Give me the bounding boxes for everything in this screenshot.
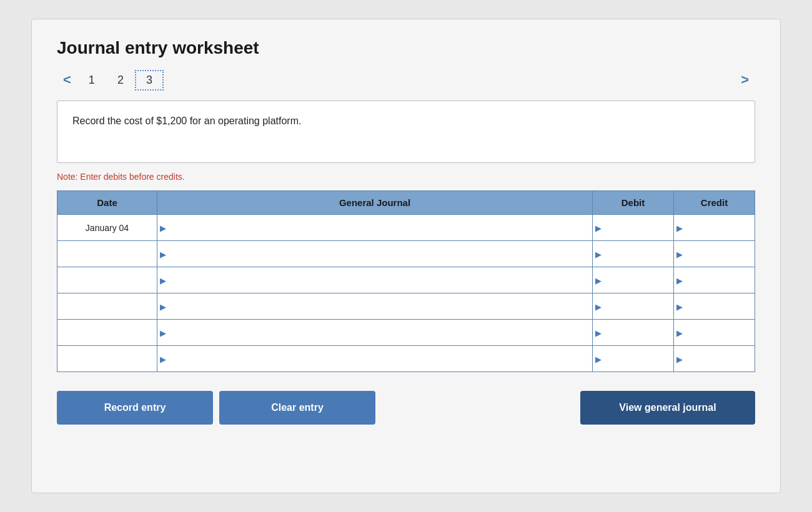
- table-row: ▶▶▶: [57, 293, 755, 320]
- credit-arrow-icon-0: ▶: [676, 223, 683, 232]
- credit-cell-3[interactable]: ▶: [674, 293, 755, 320]
- nav-item-3[interactable]: 3: [135, 70, 164, 91]
- date-cell-2[interactable]: [57, 267, 157, 293]
- credit-arrow-icon-5: ▶: [676, 354, 683, 363]
- debit-arrow-icon-2: ▶: [595, 275, 602, 285]
- nav-item-1[interactable]: 1: [77, 71, 106, 89]
- debit-arrow-icon-0: ▶: [595, 223, 602, 232]
- record-entry-button[interactable]: Record entry: [57, 391, 213, 425]
- credit-arrow-icon-2: ▶: [676, 275, 683, 285]
- nav-item-2[interactable]: 2: [106, 71, 135, 89]
- navigation-row: < 1 2 3 >: [57, 69, 755, 91]
- header-debit: Debit: [593, 191, 674, 215]
- journal-cell-3[interactable]: ▶: [157, 293, 593, 320]
- journal-cell-2[interactable]: ▶: [157, 267, 593, 293]
- debit-arrow-icon-1: ▶: [595, 249, 602, 258]
- table-row: ▶▶▶: [57, 320, 755, 346]
- view-general-journal-button[interactable]: View general journal: [580, 391, 755, 425]
- journal-cell-4[interactable]: ▶: [157, 320, 593, 346]
- journal-arrow-icon-4: ▶: [160, 328, 166, 337]
- date-cell-0[interactable]: January 04: [57, 215, 157, 241]
- buttons-row: Record entry Clear entry View general jo…: [57, 391, 755, 425]
- credit-cell-4[interactable]: ▶: [674, 320, 755, 346]
- journal-arrow-icon-3: ▶: [160, 302, 166, 311]
- credit-cell-0[interactable]: ▶: [674, 215, 755, 241]
- table-row: January 04▶▶▶: [57, 215, 755, 241]
- journal-cell-0[interactable]: ▶: [157, 215, 593, 241]
- table-row: ▶▶▶: [57, 346, 755, 372]
- date-cell-3[interactable]: [57, 293, 157, 320]
- credit-cell-2[interactable]: ▶: [674, 267, 755, 293]
- header-credit: Credit: [674, 191, 755, 215]
- credit-cell-5[interactable]: ▶: [674, 346, 755, 372]
- debit-cell-3[interactable]: ▶: [593, 293, 674, 320]
- credit-arrow-icon-1: ▶: [676, 249, 683, 258]
- date-cell-5[interactable]: [57, 346, 157, 372]
- nav-right-arrow[interactable]: >: [735, 69, 755, 91]
- header-date: Date: [57, 191, 157, 215]
- main-container: Journal entry worksheet < 1 2 3 > Record…: [31, 19, 781, 493]
- journal-arrow-icon-2: ▶: [160, 275, 166, 285]
- description-box: Record the cost of $1,200 for an operati…: [57, 101, 755, 163]
- credit-arrow-icon-4: ▶: [676, 328, 683, 337]
- nav-left-arrow[interactable]: <: [57, 69, 77, 91]
- debit-cell-0[interactable]: ▶: [593, 215, 674, 241]
- debit-arrow-icon-5: ▶: [595, 354, 602, 363]
- header-general-journal: General Journal: [157, 191, 593, 215]
- credit-arrow-icon-3: ▶: [676, 302, 683, 311]
- debit-cell-4[interactable]: ▶: [593, 320, 674, 346]
- note-text: Note: Enter debits before credits.: [57, 172, 755, 182]
- journal-arrow-icon-1: ▶: [160, 249, 166, 258]
- date-cell-1[interactable]: [57, 241, 157, 267]
- debit-cell-1[interactable]: ▶: [593, 241, 674, 267]
- journal-cell-5[interactable]: ▶: [157, 346, 593, 372]
- journal-cell-1[interactable]: ▶: [157, 241, 593, 267]
- table-row: ▶▶▶: [57, 241, 755, 267]
- debit-arrow-icon-3: ▶: [595, 302, 602, 311]
- journal-arrow-icon-5: ▶: [160, 354, 166, 363]
- journal-arrow-icon-0: ▶: [160, 223, 166, 232]
- journal-table: Date General Journal Debit Credit Januar…: [57, 190, 755, 372]
- debit-cell-5[interactable]: ▶: [593, 346, 674, 372]
- page-title: Journal entry worksheet: [57, 38, 755, 58]
- debit-arrow-icon-4: ▶: [595, 328, 602, 337]
- date-cell-4[interactable]: [57, 320, 157, 346]
- table-row: ▶▶▶: [57, 267, 755, 293]
- credit-cell-1[interactable]: ▶: [674, 241, 755, 267]
- debit-cell-2[interactable]: ▶: [593, 267, 674, 293]
- clear-entry-button[interactable]: Clear entry: [219, 391, 375, 425]
